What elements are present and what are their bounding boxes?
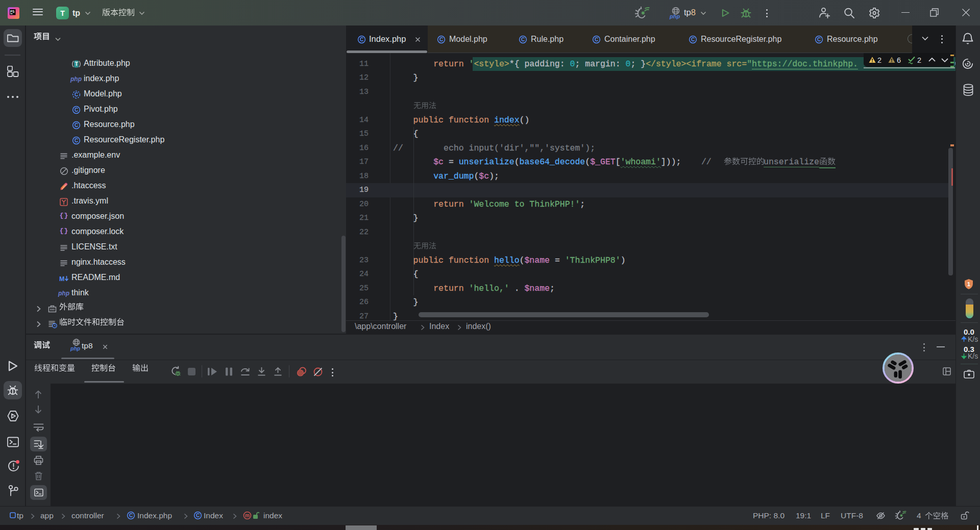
svg-text:C: C bbox=[595, 37, 598, 42]
svg-text:C: C bbox=[439, 37, 443, 42]
svg-text:C: C bbox=[817, 37, 821, 42]
svg-text:6: 6 bbox=[897, 56, 901, 64]
svg-text:php: php bbox=[669, 13, 680, 19]
svg-text:C: C bbox=[521, 37, 525, 42]
svg-text:M: M bbox=[59, 275, 64, 282]
svg-text:T: T bbox=[60, 9, 65, 17]
svg-text:C: C bbox=[75, 122, 78, 128]
svg-text:2: 2 bbox=[917, 56, 921, 64]
svg-text:C: C bbox=[75, 138, 78, 143]
svg-text:C: C bbox=[129, 513, 133, 518]
svg-text:C: C bbox=[75, 107, 78, 113]
svg-text:m: m bbox=[245, 513, 250, 518]
svg-text:C: C bbox=[196, 513, 200, 518]
svg-text:T: T bbox=[75, 61, 78, 67]
svg-text:C: C bbox=[75, 92, 78, 97]
svg-text:php: php bbox=[70, 345, 81, 351]
svg-text:2: 2 bbox=[877, 56, 881, 64]
svg-text:C: C bbox=[360, 37, 363, 42]
svg-text:PS: PS bbox=[10, 10, 15, 13]
svg-text:C: C bbox=[691, 37, 695, 42]
svg-text:1: 1 bbox=[967, 281, 971, 287]
